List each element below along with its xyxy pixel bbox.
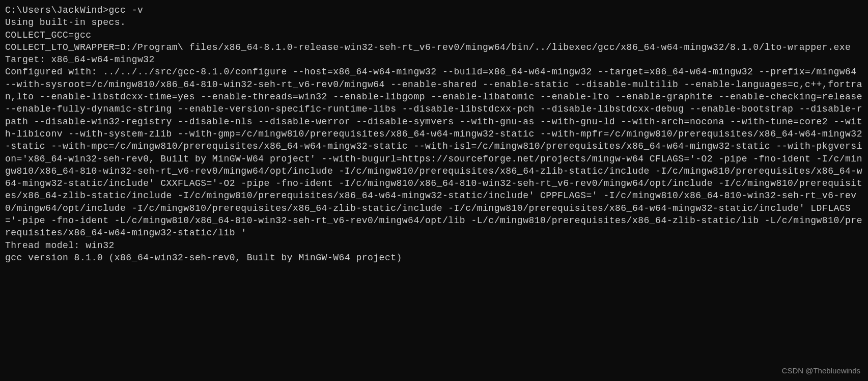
output-line: Thread model: win32	[5, 240, 115, 251]
output-line: Configured with: ../../../src/gcc-8.1.0/…	[5, 67, 868, 238]
output-line: gcc version 8.1.0 (x86_64-win32-seh-rev0…	[5, 253, 402, 263]
output-line: Using built-in specs.	[5, 17, 126, 28]
output-line: Target: x86_64-w64-mingw32	[5, 55, 155, 65]
watermark: CSDN @Thebluewinds	[782, 366, 860, 376]
prompt: C:\Users\JackWind>	[5, 5, 108, 15]
output-line: COLLECT_LTO_WRAPPER=D:/Program\ files/x8…	[5, 42, 851, 52]
command-text: gcc -v	[108, 5, 143, 15]
terminal-output[interactable]: C:\Users\JackWind>gcc -v Using built-in …	[5, 4, 863, 264]
output-line: COLLECT_GCC=gcc	[5, 30, 92, 40]
